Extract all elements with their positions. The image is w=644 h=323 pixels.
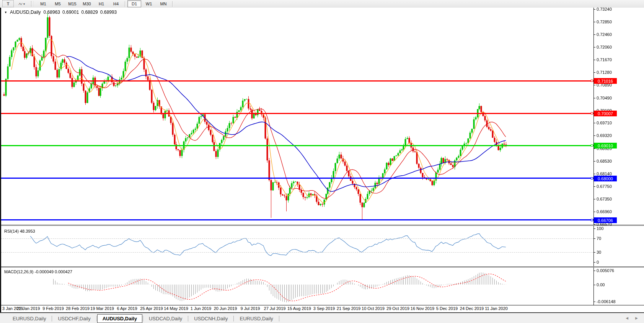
panel-separator-rsi[interactable] <box>1 225 644 226</box>
hline-level-0.69010[interactable] <box>1 145 593 146</box>
rsi-level-line <box>1 252 593 253</box>
macd-indicator-canvas[interactable] <box>1 268 594 305</box>
tab-separator <box>233 316 234 321</box>
price-badge-0.66706: 0.66706 <box>594 217 617 223</box>
price-tick-label: 0.73240 <box>597 7 612 11</box>
date-tick-label: 16 Nov 2019 <box>411 306 434 311</box>
hline-level-0.70007[interactable] <box>1 113 593 114</box>
price-tick-mark <box>593 199 595 199</box>
date-tick-label: 27 Jul 2019 <box>264 306 286 311</box>
low-value: 0.68829 <box>81 10 98 15</box>
price-tick-mark <box>593 161 595 162</box>
price-axis-line <box>593 8 594 305</box>
chart-tab-eurusd[interactable]: EURUSD,Daily <box>7 315 51 323</box>
date-tick-label: 28 Feb 2019 <box>66 306 90 311</box>
price-tick-mark <box>593 9 595 10</box>
hline-anchor-square[interactable] <box>591 219 593 221</box>
timeframe-button-m30[interactable]: M30 <box>80 0 94 7</box>
price-tick-label: 0.72460 <box>597 32 612 37</box>
rsi-tick-label: 100 <box>597 226 603 231</box>
rsi-tick-mark <box>593 228 595 229</box>
rsi-tick-mark <box>593 252 595 253</box>
date-tick-label: 25 Apr 2019 <box>140 306 163 311</box>
macd-tick-mark <box>593 271 595 271</box>
toolbar-divider <box>125 1 126 7</box>
chart-tab-audusd-active[interactable]: AUDUSD,Daily <box>97 314 142 323</box>
chart-tab-usdcad[interactable]: USDCAD,Daily <box>143 315 187 323</box>
rsi-label: RSI(14) 48.3953 <box>4 229 35 233</box>
price-tick-mark <box>593 22 595 22</box>
tab-strip: EURUSD,DailyUSDCHF,DailyAUDUSD,DailyUSDC… <box>7 314 279 323</box>
hline-anchor-square[interactable] <box>591 80 593 82</box>
rsi-tick-label: 0 <box>597 260 599 264</box>
date-tick-label: 29 Oct 2019 <box>386 306 409 311</box>
date-tick-label: 6 Apr 2019 <box>117 306 137 311</box>
hline-level-0.68000[interactable] <box>1 178 593 179</box>
hline-anchor-square[interactable] <box>591 112 593 114</box>
date-tick-label: 20 Jun 2019 <box>214 306 237 311</box>
price-tick-label: 0.69710 <box>597 121 612 125</box>
timeframe-button-d1[interactable]: D1 <box>127 0 141 7</box>
toolbar-divider <box>172 1 173 7</box>
tab-separator <box>143 316 143 321</box>
price-tick-mark <box>593 85 595 85</box>
panel-separator-macd[interactable] <box>1 266 644 268</box>
chart-tab-usdchf[interactable]: USDCHF,Daily <box>52 315 96 323</box>
date-tick-label: 22 Jan 2019 <box>17 306 40 311</box>
price-badge-0.71016: 0.71016 <box>594 78 617 84</box>
rsi-tick-mark <box>593 238 595 239</box>
tab-scroll-left-icon[interactable]: ◄ <box>625 316 629 320</box>
price-tick-mark <box>593 34 595 35</box>
chart-title: ▼ AUDUSD,Daily 0.68963 0.69001 0.68829 0… <box>4 10 117 15</box>
tab-scroll-right-icon[interactable]: ► <box>634 316 639 320</box>
timeframe-button-m15[interactable]: M15 <box>65 0 79 7</box>
date-tick-label: 15 Aug 2019 <box>287 306 311 311</box>
hline-anchor-square[interactable] <box>591 177 593 179</box>
candlestick-chart-canvas[interactable] <box>1 8 594 226</box>
price-tick-label: 0.67350 <box>597 197 612 201</box>
rsi-tick-label: 70 <box>597 236 601 241</box>
timeframe-button-h4[interactable]: H4 <box>109 0 123 7</box>
text-tool-button[interactable]: T <box>2 0 14 7</box>
price-badge-0.68000: 0.68000 <box>594 176 617 181</box>
timeframe-button-m5[interactable]: M5 <box>51 0 65 7</box>
date-tick-label: 21 Sep 2019 <box>337 306 360 311</box>
price-tick-mark <box>593 72 595 73</box>
tab-separator <box>96 316 97 321</box>
collapse-triangle-icon[interactable]: ▼ <box>4 11 7 14</box>
chart-tab-usdcnh[interactable]: USDCNH,Daily <box>189 315 233 323</box>
date-tick-label: 3 Sep 2019 <box>313 306 335 311</box>
arrows-icon: ↗↙ <box>18 2 22 6</box>
price-tick-label: 0.68530 <box>597 159 612 163</box>
macd-tick-mark <box>593 302 595 302</box>
hline-level-0.71016[interactable] <box>1 80 593 82</box>
hline-level-0.66706[interactable] <box>1 219 593 220</box>
date-tick-label: 11 Jan 2020 <box>485 306 508 311</box>
price-tick-label: 0.66960 <box>597 209 612 214</box>
macd-tick-label: 0.005076 <box>597 268 614 273</box>
chart-window: ▼ AUDUSD,Daily 0.68963 0.69001 0.68829 0… <box>0 8 644 312</box>
price-badge-0.69010: 0.69010 <box>594 143 617 148</box>
tab-separator <box>188 316 188 321</box>
macd-tick-label: -0.006148 <box>597 299 616 304</box>
price-tick-mark <box>593 224 595 225</box>
timeframe-button-h1[interactable]: H1 <box>95 0 108 7</box>
arrows-tool-button[interactable]: ↗↙ ▾ <box>15 0 28 7</box>
timeframe-button-m1[interactable]: M1 <box>36 0 50 7</box>
chevron-down-icon: ▾ <box>23 2 25 6</box>
date-tick-label: 19 Mar 2019 <box>90 306 114 311</box>
date-tick-label: 5 Dec 2019 <box>436 306 458 311</box>
timeframe-button-w1[interactable]: W1 <box>142 0 156 7</box>
open-value: 0.68963 <box>44 10 60 15</box>
chart-tab-eurusd[interactable]: EURUSD,Daily <box>234 315 278 323</box>
hline-anchor-square[interactable] <box>591 144 593 147</box>
symbol-period-label: AUDUSD,Daily <box>10 10 41 15</box>
price-tick-label: 0.72850 <box>597 20 612 24</box>
timeframe-button-group: M1M5M15M30H1H4D1W1MN <box>36 0 174 7</box>
price-tick-mark <box>593 98 595 98</box>
price-tick-mark <box>593 186 595 187</box>
rsi-tick-mark <box>593 262 595 263</box>
rsi-indicator-canvas[interactable] <box>1 227 594 267</box>
timeframe-button-mn[interactable]: MN <box>157 0 170 7</box>
date-tick-label: 24 Dec 2019 <box>460 306 484 311</box>
